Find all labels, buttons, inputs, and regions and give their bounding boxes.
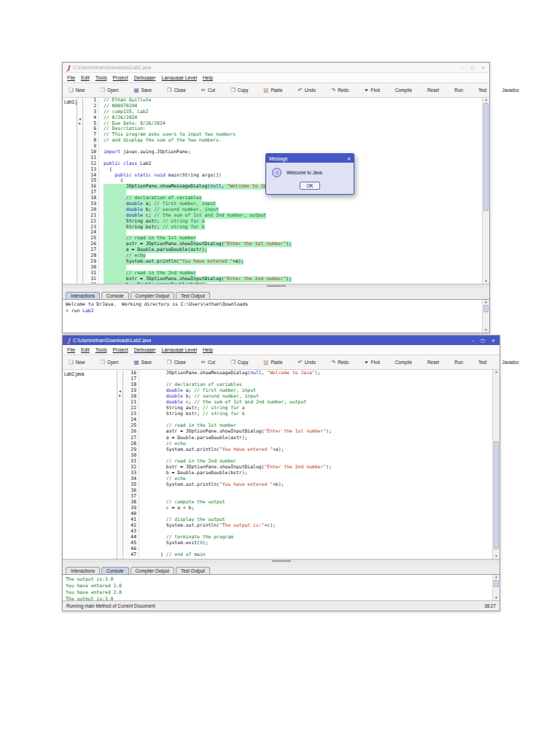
tab-compiler-output[interactable]: Compiler Output: [131, 567, 175, 574]
toolbar-compile-button[interactable]: Compile: [395, 86, 412, 94]
console-pane[interactable]: The output is:3.0You have entered 1.0You…: [63, 575, 499, 600]
pane-splitter[interactable]: [63, 559, 499, 563]
splitter-grip[interactable]: [272, 560, 291, 562]
close-icon[interactable]: ✕: [481, 65, 485, 70]
toolbar-test-button[interactable]: Test: [478, 358, 487, 366]
toolbar-javadoc-button[interactable]: Javadoc: [502, 86, 518, 94]
toolbar-compile-button[interactable]: Compile: [395, 358, 412, 366]
dialog-close-icon[interactable]: ✕: [347, 156, 351, 161]
minimize-icon[interactable]: –: [472, 338, 474, 343]
editor-scrollbar[interactable]: ▲ ▼: [492, 370, 499, 559]
toolbar-cut-button[interactable]: ✂Cut: [201, 86, 215, 94]
toolbar-redo-button[interactable]: ↷Redo: [331, 358, 349, 366]
menu-debugger[interactable]: Debugger: [134, 347, 156, 352]
menu-project[interactable]: Project: [113, 75, 128, 80]
dialog-titlebar[interactable]: Message ✕: [266, 154, 354, 163]
open-file-item[interactable]: Lab2.java: [64, 371, 84, 376]
toolbar-new-button[interactable]: ❏New: [69, 86, 85, 94]
code-text[interactable]: } // end of main: [144, 551, 206, 557]
pane-splitter[interactable]: [63, 284, 489, 288]
toolbar-open-button[interactable]: ❐Open: [100, 86, 118, 94]
tab-compiler-output[interactable]: Compiler Output: [131, 292, 175, 299]
menu-help[interactable]: Help: [203, 347, 213, 352]
open-files-sidebar[interactable]: Lab2.java: [63, 98, 77, 284]
tab-console[interactable]: Console: [101, 567, 128, 574]
code-text[interactable]: // declaration of variables: [144, 382, 242, 387]
open-files-sidebar[interactable]: Lab2.java: [63, 370, 117, 559]
toolbar-undo-button[interactable]: ↶Undo: [298, 358, 316, 366]
menu-language-level[interactable]: Language Level: [162, 347, 197, 352]
toolbar-copy-button[interactable]: ❐Copy: [230, 86, 248, 94]
toolbar-cut-button[interactable]: ✂Cut: [201, 358, 215, 366]
code-text[interactable]: // display the output: [144, 516, 225, 522]
code-text[interactable]: // read in the 2nd number: [144, 458, 236, 464]
code-text[interactable]: import javax.swing.JOptionPane;: [104, 150, 190, 155]
toolbar-paste-button[interactable]: ▥Paste: [263, 358, 282, 366]
interactions-pane[interactable]: Welcome to DrJava. Working directory is …: [63, 300, 489, 333]
toolbar-close-button[interactable]: ❒Close: [167, 358, 186, 366]
pane-scrollbar[interactable]: ▲ ▼: [492, 575, 499, 600]
scrollbar-thumb[interactable]: [483, 305, 489, 312]
menu-help[interactable]: Help: [203, 75, 213, 80]
tab-test-output[interactable]: Test Output: [176, 567, 210, 574]
menu-project[interactable]: Project: [113, 347, 128, 352]
toolbar-open-button[interactable]: ❐Open: [100, 358, 118, 366]
pane-scrollbar[interactable]: ▲ ▼: [482, 300, 489, 333]
code-text[interactable]: double b; // second number, input: [144, 393, 259, 399]
toolbar-reset-button[interactable]: Reset: [427, 86, 439, 94]
code-text[interactable]: // and display the sum of the two number…: [104, 138, 222, 144]
code-text[interactable]: // terminate the program: [144, 534, 233, 540]
tab-test-output[interactable]: Test Output: [176, 292, 210, 299]
titlebar[interactable]: J C:\Users\ethan\Downloads\Lab2.java – ▢…: [63, 336, 499, 345]
minimize-icon[interactable]: –: [462, 65, 464, 70]
toolbar-reset-button[interactable]: Reset: [427, 358, 439, 366]
close-icon[interactable]: ✕: [491, 338, 495, 343]
toolbar-new-button[interactable]: ❏New: [69, 358, 85, 366]
code-text[interactable]: b = Double.parseDouble(bstr);: [144, 470, 247, 476]
menu-file[interactable]: File: [67, 347, 75, 352]
code-text[interactable]: // read in the 1st number: [144, 422, 236, 428]
code-text[interactable]: JOptionPane.showMessageDialog(null, "Wel…: [144, 370, 320, 376]
toolbar-paste-button[interactable]: ▥Paste: [263, 86, 282, 94]
toolbar-run-button[interactable]: Run: [454, 358, 463, 366]
code-text[interactable]: // echo: [144, 476, 186, 481]
scrollbar-thumb[interactable]: [483, 103, 489, 211]
toolbar-save-button[interactable]: ▦Save: [133, 86, 151, 94]
menu-debugger[interactable]: Debugger: [134, 75, 156, 80]
code-text[interactable]: astr = JOptionPane.showInputDialog("Ente…: [144, 428, 332, 434]
tab-interactions[interactable]: Interactions: [66, 292, 100, 299]
scrollbar-thumb[interactable]: [494, 441, 499, 549]
code-text[interactable]: System.exit(0);: [144, 540, 209, 546]
scroll-up-icon[interactable]: ▲: [495, 575, 497, 579]
menu-tools[interactable]: Tools: [96, 75, 107, 80]
code-text[interactable]: double a; // first number, input: [144, 387, 256, 393]
code-text[interactable]: System.out.println("You have entered "+a…: [144, 446, 284, 452]
open-file-item[interactable]: Lab2.java: [64, 99, 77, 104]
menu-edit[interactable]: Edit: [81, 75, 90, 80]
splitter-grip[interactable]: [267, 285, 286, 287]
toolbar-test-button[interactable]: Test: [478, 86, 487, 94]
editor-scrollbar[interactable]: ▲ ▼: [482, 98, 489, 284]
toolbar-find-button[interactable]: ⚭Find: [364, 358, 380, 366]
code-text[interactable]: System.out.println("You have entered "+b…: [144, 481, 284, 487]
menu-language-level[interactable]: Language Level: [162, 75, 197, 80]
scrollbar-thumb[interactable]: [494, 580, 499, 587]
code-text[interactable]: // compute the output: [144, 499, 225, 505]
scroll-up-icon[interactable]: ▲: [494, 370, 498, 374]
titlebar[interactable]: J C:\Users\ethan\Downloads\Lab2.java – ▢…: [63, 63, 489, 73]
code-text[interactable]: a = Double.parseDouble(astr);: [144, 435, 247, 441]
scroll-down-icon[interactable]: ▼: [485, 328, 487, 333]
sidebar-splitter[interactable]: ◂ ▸: [117, 370, 123, 559]
toolbar-undo-button[interactable]: ↶Undo: [298, 86, 316, 94]
toolbar-find-button[interactable]: ⚭Find: [364, 86, 380, 94]
toolbar-save-button[interactable]: ▦Save: [133, 358, 151, 366]
sidebar-splitter[interactable]: ◂ ▸: [77, 98, 83, 284]
toolbar-redo-button[interactable]: ↷Redo: [331, 86, 349, 94]
menu-tools[interactable]: Tools: [96, 347, 107, 352]
scroll-up-icon[interactable]: ▲: [485, 300, 487, 304]
tab-interactions[interactable]: Interactions: [66, 567, 100, 574]
collapse-right-icon[interactable]: ▸: [79, 121, 81, 125]
menu-file[interactable]: File: [67, 75, 75, 80]
console-text[interactable]: The output is:3.0You have entered 1.0You…: [63, 575, 492, 600]
toolbar-close-button[interactable]: ❒Close: [167, 86, 186, 94]
